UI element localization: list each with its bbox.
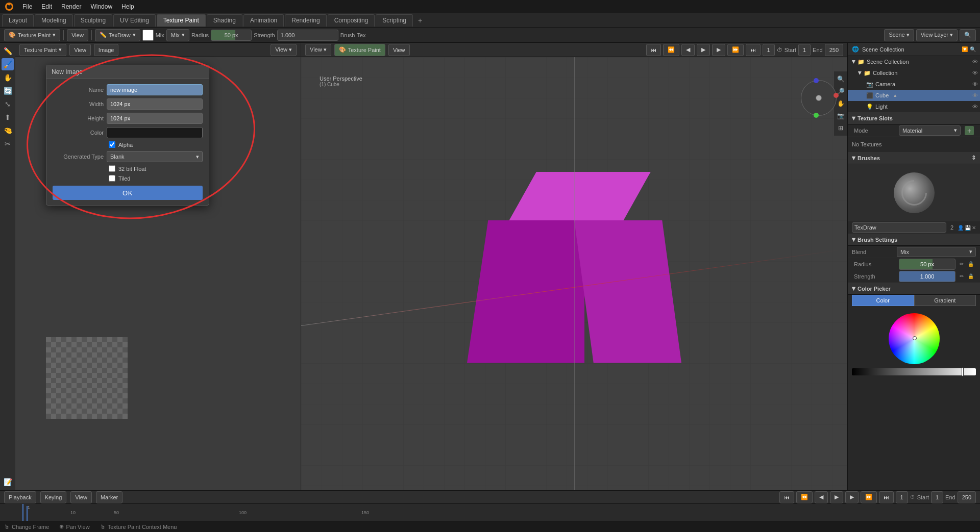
tab-scripting[interactable]: Scripting	[376, 14, 413, 27]
texture-slots-header[interactable]: ▶ Texture Slots	[848, 112, 980, 124]
menu-edit[interactable]: Edit	[37, 1, 56, 12]
filter-icon[interactable]: 🔽	[962, 46, 968, 52]
strength-input-header[interactable]: 1.000	[277, 30, 338, 41]
tool-selector[interactable]: ✏️ TexDraw ▾	[95, 29, 140, 41]
strength-slider[interactable]: 1.000	[899, 271, 955, 282]
tab-shading[interactable]: Shading	[207, 14, 242, 27]
uv-view-btn[interactable]: View	[69, 44, 91, 56]
tl-next-frame[interactable]: ▶	[845, 491, 859, 503]
uv-image-btn[interactable]: Image	[94, 44, 119, 56]
width-input[interactable]	[107, 98, 203, 110]
nav-next-frame[interactable]: ▶	[712, 44, 725, 56]
outliner-collection[interactable]: ▶ 📁 Collection 👁	[848, 67, 980, 79]
menu-file[interactable]: File	[18, 1, 36, 12]
scene-selector[interactable]: Scene ▾	[884, 29, 914, 41]
uv-tool-move[interactable]: ✋	[2, 71, 14, 84]
tab-sculpting[interactable]: Sculpting	[74, 14, 112, 27]
nav-prev-key[interactable]: ⏪	[663, 44, 679, 56]
view-menu[interactable]: View	[67, 29, 88, 41]
nav-next-key[interactable]: ⏩	[727, 44, 744, 56]
blend-selector[interactable]: Mix ▾	[897, 247, 976, 257]
tab-compositing[interactable]: Compositing	[328, 14, 375, 27]
menu-help[interactable]: Help	[117, 1, 138, 12]
radius-input-header[interactable]: 50 px	[211, 30, 252, 41]
tab-animation[interactable]: Animation	[243, 14, 284, 27]
name-input[interactable]	[107, 84, 203, 95]
ok-button[interactable]: OK	[53, 186, 203, 200]
value-slider-handle[interactable]	[962, 367, 964, 376]
tab-add[interactable]: +	[414, 14, 426, 27]
uv-tool-push[interactable]: ⬆	[2, 111, 14, 123]
end-frame-input[interactable]: 250	[825, 44, 843, 56]
blend-mode-selector[interactable]: Mix ▾	[166, 29, 189, 41]
brush-name-display[interactable]: TexDraw	[852, 222, 946, 233]
nav-center-dot[interactable]	[816, 95, 822, 101]
color-picker-header[interactable]: ▶ Color Picker	[848, 283, 980, 295]
color-swatch[interactable]	[107, 127, 203, 138]
vp-texture-paint-mode[interactable]: 🎨 Texture Paint	[334, 44, 385, 56]
gen-type-select[interactable]: Blank ▾	[107, 151, 203, 162]
tab-layout[interactable]: Layout	[2, 14, 34, 27]
nav-y-dot[interactable]	[814, 113, 819, 118]
start-frame-input[interactable]: 1	[798, 44, 811, 56]
uv-tool-crop[interactable]: ✂	[2, 138, 14, 150]
uv-tool-annotate2[interactable]: 📝	[2, 476, 14, 488]
uv-tool-scale[interactable]: ⤡	[2, 98, 14, 110]
collection-eye-icon[interactable]: 👁	[972, 70, 978, 76]
radius-edit-icon[interactable]: ✏	[960, 261, 964, 267]
menu-render[interactable]: Render	[57, 1, 85, 12]
uv-tool-rotate[interactable]: 🔄	[2, 85, 14, 97]
value-slider[interactable]	[852, 368, 976, 375]
add-texture-btn[interactable]: +	[965, 126, 974, 135]
tl-prev-key[interactable]: ⏪	[796, 491, 813, 503]
timeline-body[interactable]: 1 10 50 100 150	[0, 504, 980, 521]
tl-current-frame[interactable]: 1	[896, 491, 908, 503]
brushes-header[interactable]: ▶ Brushes ⇕	[848, 152, 980, 164]
color-wheel-picker[interactable]	[913, 336, 917, 340]
outliner-scene-collection[interactable]: ▶ 📁 Scene Collection 👁	[848, 56, 980, 67]
uv-tool-paint[interactable]: 🖌️	[2, 58, 14, 70]
playback-menu[interactable]: Playback	[4, 491, 36, 503]
search-btn[interactable]: 🔍	[960, 29, 976, 41]
light-eye-icon[interactable]: 👁	[972, 104, 978, 110]
outliner-camera[interactable]: 📷 Camera 👁	[848, 79, 980, 90]
brush-delete-icon[interactable]: ✕	[972, 225, 976, 231]
nav-to-start[interactable]: ⏮	[646, 44, 661, 56]
scene-eye-icon[interactable]: 👁	[972, 59, 978, 65]
nav-z-dot[interactable]	[814, 78, 819, 83]
tab-rendering[interactable]: Rendering	[285, 14, 326, 27]
tiled-checkbox[interactable]	[109, 175, 115, 182]
tl-end-frame[interactable]: 250	[958, 491, 976, 503]
strength-lock-icon[interactable]: 🔒	[968, 273, 974, 279]
tab-uv-editing[interactable]: UV Editing	[113, 14, 156, 27]
outliner-light[interactable]: 💡 Light 👁	[848, 101, 980, 112]
color-tab[interactable]: Color	[852, 295, 914, 306]
vp-view-btn[interactable]: View ▾	[305, 44, 331, 56]
nav-x-dot[interactable]	[834, 93, 839, 98]
gradient-tab[interactable]: Gradient	[914, 295, 976, 306]
float32-checkbox[interactable]	[109, 165, 115, 172]
brush-settings-header[interactable]: ▶ Brush Settings	[848, 234, 980, 246]
uv-view-toggle[interactable]: View ▾	[271, 44, 297, 56]
nav-circle[interactable]	[801, 80, 837, 116]
brush-expand-icon[interactable]: ⇕	[971, 155, 976, 161]
outliner-cube[interactable]: ⬛ Cube ▲ 👁	[848, 90, 980, 101]
view-layer-btn[interactable]: View Layer ▾	[916, 29, 958, 41]
brush-save-icon[interactable]: 💾	[965, 225, 971, 231]
mode-selector[interactable]: 🎨 Texture Paint ▾	[4, 29, 60, 41]
foreground-color[interactable]	[142, 30, 154, 41]
viewport-body[interactable]: User Perspective (1) Cube	[301, 57, 847, 490]
nav-play[interactable]: ▶	[697, 44, 710, 56]
brush-user-icon[interactable]: 👤	[958, 225, 964, 231]
radius-lock-icon[interactable]: 🔒	[968, 261, 974, 267]
strength-edit-icon[interactable]: ✏	[960, 273, 964, 279]
tl-start-frame[interactable]: 1	[931, 491, 943, 503]
tab-texture-paint[interactable]: Texture Paint	[157, 14, 206, 27]
uv-tool-pinch[interactable]: 🤏	[2, 124, 14, 137]
camera-eye-icon[interactable]: 👁	[972, 81, 978, 87]
vp-view-toggle[interactable]: View	[388, 44, 410, 56]
uv-texture-paint-btn[interactable]: Texture Paint ▾	[19, 44, 66, 56]
tl-to-start[interactable]: ⏮	[779, 491, 794, 503]
search-outliner-icon[interactable]: 🔍	[970, 46, 976, 52]
navigation-gizmo[interactable]	[798, 78, 839, 118]
